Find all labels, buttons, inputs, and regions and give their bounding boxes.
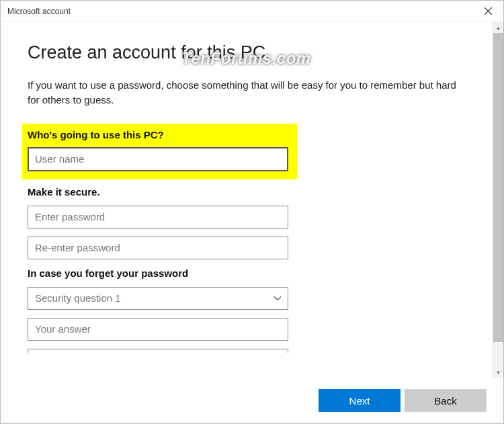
forgot-section-title: In case you forget your password	[28, 267, 465, 279]
close-button[interactable]	[473, 1, 503, 22]
security-question-label[interactable]: Security question 1	[28, 287, 288, 310]
username-section: Who's going to use this PC?	[22, 124, 297, 179]
vertical-scrollbar[interactable]: ▲ ▼	[492, 22, 503, 378]
close-icon	[485, 7, 492, 15]
main-content: TenForums.com Create an account for this…	[1, 22, 492, 378]
password-input[interactable]	[28, 206, 288, 228]
content-area: TenForums.com Create an account for this…	[1, 22, 503, 378]
username-input[interactable]	[28, 147, 288, 171]
window-title: Microsoft account	[7, 7, 71, 16]
reenter-password-input[interactable]	[28, 237, 288, 259]
username-section-title: Who's going to use this PC?	[28, 129, 292, 140]
security-question-select[interactable]: Security question 1	[28, 287, 288, 310]
scroll-down-arrow[interactable]: ▼	[493, 367, 504, 378]
next-button[interactable]: Next	[319, 389, 401, 412]
scrollbar-thumb[interactable]	[493, 33, 503, 342]
titlebar: Microsoft account	[1, 1, 503, 22]
back-button[interactable]: Back	[405, 389, 487, 412]
partial-field	[28, 349, 288, 353]
security-answer-input[interactable]	[28, 318, 288, 341]
secure-section-title: Make it secure.	[28, 186, 465, 198]
page-subtitle: If you want to use a password, choose so…	[28, 78, 465, 108]
scroll-up-arrow[interactable]: ▲	[493, 22, 504, 33]
window: Microsoft account TenForums.com Create a…	[0, 0, 504, 424]
page-title: Create an account for this PC	[28, 42, 465, 63]
footer: Next Back	[1, 378, 503, 423]
